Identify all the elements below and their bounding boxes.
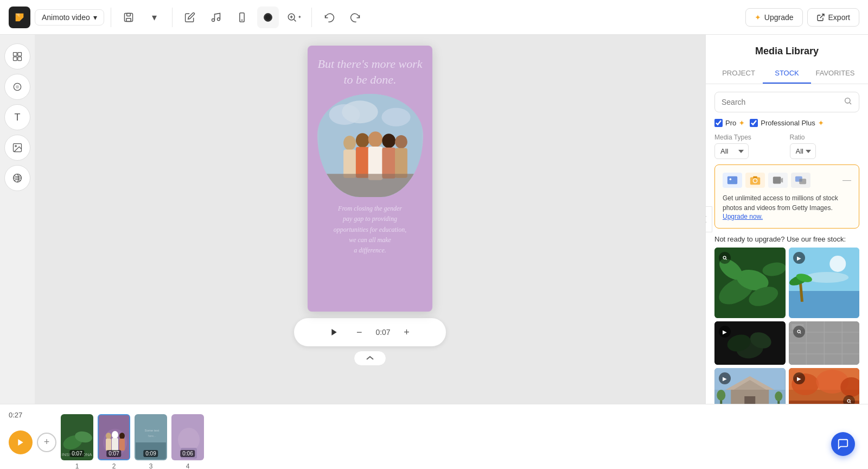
svg-rect-55 [789,291,859,318]
pro-checkbox[interactable] [714,119,723,127]
stock-item[interactable]: ▶ [714,368,786,404]
color-tool[interactable] [4,74,30,100]
svg-point-53 [723,256,726,259]
chat-bubble[interactable] [831,432,855,456]
logo-button[interactable] [9,7,30,28]
svg-point-5 [212,18,214,21]
stock-item[interactable] [789,321,860,365]
panel-toggle-button[interactable] [705,206,712,232]
canvas-wrapper: But there's more work to be done. [294,46,446,366]
timeline-item: Some text here... 0:09 3 [135,414,167,469]
media-types-select[interactable]: All Photos Videos [714,143,749,159]
stock-search-overlay-2 [793,326,805,338]
getty-icon-overlay [791,173,810,188]
svg-point-24 [342,101,378,124]
stock-item[interactable]: ▶ [714,321,786,365]
preview-button[interactable] [231,7,253,28]
text-tool[interactable]: T [4,104,30,130]
timeline-item: 0:06 4 [171,414,204,469]
canvas-text-top: But there's more work to be done. [316,56,424,87]
project-title[interactable]: Animoto video ▾ [35,9,104,26]
dropdown-save-button[interactable]: ▾ [144,7,165,28]
ratio-select[interactable]: All 16:9 9:16 1:1 [790,143,816,159]
toolbar: Animoto video ▾ ▾ [0,0,868,35]
add-clip-button[interactable]: + [37,433,56,452]
save-button[interactable] [118,7,139,28]
thumbnail-1[interactable]: INSPIRATIONAL 0:07 [61,414,93,460]
timeline-item: INSPIRATIONAL 0:07 1 [61,414,93,469]
svg-rect-13 [14,53,17,56]
svg-point-57 [805,272,848,283]
video-canvas[interactable]: But there's more work to be done. [308,46,432,312]
left-tools: T [0,35,35,404]
getty-icon-photos [723,173,742,188]
svg-point-98 [106,433,111,439]
zoom-out-button[interactable]: − [352,325,367,340]
zoom-in-button[interactable]: + [399,325,414,340]
timeline: 0:27 + INSPIRATIONAL 0:07 1 [0,404,868,469]
thumbnail-3[interactable]: Some text here... 0:09 [135,414,167,460]
stock-search-overlay [719,252,731,264]
record-button[interactable] [257,7,279,28]
svg-rect-103 [119,439,125,451]
stock-grid: ▶ ▶ [706,248,868,404]
svg-point-40 [730,178,732,180]
stock-item[interactable] [714,248,786,318]
svg-point-25 [381,108,410,126]
getty-icon-camera [745,173,765,188]
layout-tool[interactable] [4,43,30,69]
collapse-button[interactable] [354,351,386,366]
search-icon[interactable] [844,97,852,107]
tab-favorites[interactable]: FAVORITES [811,64,859,84]
tab-project[interactable]: PROJECT [714,64,763,84]
canvas-text-bottom: From closing the gender pay gap to provi… [334,204,406,256]
ai-search-button[interactable]: ✦ [283,7,305,28]
svg-rect-15 [14,57,17,61]
stock-play-overlay: ▶ [719,326,731,338]
upgrade-now-link[interactable]: Upgrade now. [723,213,851,220]
divider-2 [172,8,173,27]
undo-button[interactable] [318,7,340,28]
free-stock-label: Not ready to upgrade? Use our free stock… [706,235,868,248]
professional-plus-checkbox[interactable] [750,119,758,127]
edit-button[interactable] [179,7,201,28]
svg-point-18 [16,86,19,88]
image-tool[interactable] [4,135,30,161]
thumbnail-2[interactable]: 0:07 [98,414,130,460]
upgrade-button[interactable]: ✦ Upgrade [745,8,803,27]
svg-marker-37 [332,329,337,335]
play-button-control[interactable] [326,324,343,341]
svg-rect-44 [773,177,781,184]
svg-point-102 [119,433,125,439]
svg-point-83 [775,391,782,401]
svg-point-20 [15,145,16,147]
svg-point-6 [217,17,220,20]
search-input[interactable] [722,98,839,106]
main-area: T But there's more work to be done. [0,35,868,404]
music-button[interactable] [205,7,227,28]
media-types-group: Media Types All Photos Videos [714,134,784,159]
media-types-label: Media Types [714,134,784,141]
tab-stock[interactable]: STOCK [763,64,811,84]
svg-rect-46 [799,179,806,184]
export-button[interactable]: Export [807,8,859,27]
svg-rect-7 [240,12,244,22]
svg-text:Some text: Some text [144,429,159,432]
svg-point-28 [355,133,369,148]
professional-plus-filter[interactable]: Professional Plus ✦ [750,119,823,127]
effects-tool[interactable] [4,165,30,191]
svg-rect-35 [395,148,407,178]
svg-rect-2 [124,13,132,21]
play-button-timeline[interactable] [9,430,33,454]
stock-item[interactable]: ▶ [789,368,860,404]
pro-filter[interactable]: Pro ✦ [714,119,744,127]
filter-row: Pro ✦ Professional Plus ✦ [706,117,868,131]
promo-close[interactable]: — [843,175,851,185]
thumbnail-4[interactable]: 0:06 [171,414,204,460]
stock-item[interactable]: ▶ [789,248,860,318]
people-svg [317,94,423,197]
svg-rect-43 [753,176,757,179]
svg-point-34 [395,135,407,149]
redo-button[interactable] [344,7,366,28]
svg-rect-29 [355,147,369,178]
